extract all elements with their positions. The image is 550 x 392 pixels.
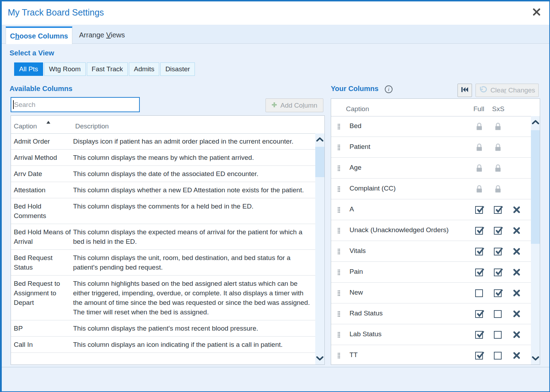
available-row-caption: BP [11,324,73,333]
checkbox-checked[interactable] [475,206,483,214]
drag-handle-icon[interactable] [337,123,340,129]
drag-handle-icon[interactable] [337,144,340,150]
remove-cell [512,351,521,360]
view-button[interactable]: Fast Track [87,62,128,76]
remove-cell [512,267,521,277]
scroll-up-icon[interactable] [316,137,324,142]
remove-column-button[interactable] [513,227,520,234]
full-cell [474,247,484,256]
available-column-row[interactable]: Bed Hold Means of Arrival This column di… [11,224,315,250]
column-header-caption[interactable]: Caption [14,122,37,130]
available-column-row[interactable]: Bed Request to Assignment to Depart This… [11,276,315,320]
column-header-description[interactable]: Description [75,122,109,130]
drag-handle-icon[interactable] [337,228,340,234]
your-column-row[interactable]: New [331,283,531,303]
your-column-row[interactable]: Bed [331,116,531,137]
drag-handle-icon[interactable] [337,165,340,171]
drag-handle-icon[interactable] [337,352,340,358]
your-column-row[interactable]: Complaint (CC) [331,179,531,199]
remove-column-button[interactable] [513,248,520,255]
lock-icon [494,164,502,173]
drag-handle-icon[interactable] [337,332,340,338]
checkbox-checked[interactable] [494,269,502,276]
available-column-row[interactable]: Admit Order Displays icon if patient has… [11,133,315,150]
available-column-row[interactable]: Bed Request Status This column displays … [11,250,315,276]
available-table-header: Caption Description [11,116,324,134]
checkbox-checked[interactable] [475,331,483,339]
available-column-row[interactable]: Attestation This column displays whether… [11,182,315,198]
remove-column-button[interactable] [513,289,520,297]
tab-choose-columns[interactable]: Choose Columns [6,26,72,44]
scrollbar-thumb[interactable] [315,147,324,177]
drag-handle-icon[interactable] [337,290,340,296]
drag-handle-icon[interactable] [337,207,340,213]
checkbox-checked[interactable] [494,227,502,235]
available-column-row[interactable]: BP This column displays the patient's mo… [11,320,315,337]
checkbox-unchecked[interactable] [494,310,502,318]
remove-column-button[interactable] [513,206,520,213]
drag-handle-icon[interactable] [337,248,340,254]
available-scrollbar[interactable] [315,133,324,364]
view-button[interactable]: Admits [129,62,159,76]
restore-defaults-button[interactable] [458,84,472,97]
your-columns-scrollbar[interactable] [531,116,540,364]
checkbox-checked[interactable] [475,310,483,318]
text-caret [13,100,14,109]
your-column-row[interactable]: Lab Status [331,324,531,345]
close-button[interactable] [530,7,544,19]
your-row-caption: Lab Status [349,330,382,338]
full-cell [474,184,484,194]
checkbox-checked[interactable] [494,206,502,214]
sxs-cell [493,122,502,131]
checkbox-checked[interactable] [475,269,483,276]
your-column-row[interactable]: TT [331,345,531,364]
your-column-row[interactable]: Pain [331,262,531,283]
remove-column-button[interactable] [513,331,520,338]
checkbox-checked[interactable] [475,227,483,235]
your-column-row[interactable]: Rad Status [331,303,531,324]
checkbox-checked[interactable] [475,352,483,360]
drag-handle-icon[interactable] [337,311,340,317]
view-button[interactable]: All Pts [14,62,43,76]
drag-handle-icon[interactable] [337,186,340,192]
remove-cell [512,288,521,298]
dialog-title: My Track Board Settings [8,7,104,18]
available-row-description: This column displays an icon indicating … [73,340,315,349]
your-column-row[interactable]: Patient [331,137,531,158]
footer-bar: © 2022 Epic Systems Corporation Accept A… [0,367,550,392]
remove-column-button[interactable] [513,310,520,318]
your-column-row[interactable]: Unack (Unacknowledged Orders) [331,220,531,241]
your-column-row[interactable]: Age [331,158,531,179]
checkbox-checked[interactable] [494,289,502,297]
search-input[interactable] [11,97,140,112]
checkbox-unchecked[interactable] [475,289,483,297]
remove-column-button[interactable] [513,269,520,276]
scroll-down-icon[interactable] [532,356,539,361]
your-column-row[interactable]: A [331,199,531,220]
available-rows: Admit Order Displays icon if patient has… [11,133,315,364]
your-column-row[interactable]: Vitals [331,241,531,262]
info-icon[interactable]: i [384,85,393,95]
undo-icon [479,86,487,95]
plus-icon [271,102,277,109]
available-column-row[interactable]: Bed Hold Comments This column displays t… [11,198,315,224]
scroll-down-icon[interactable] [316,356,324,361]
view-button[interactable]: Wtg Room [44,62,86,76]
checkbox-checked[interactable] [475,248,483,255]
available-column-row[interactable]: Arrival Method This column displays the … [11,150,315,166]
checkbox-unchecked[interactable] [494,352,502,360]
available-column-row[interactable]: Call In This column displays an icon ind… [11,337,315,353]
search-field-wrap [11,97,140,112]
tab-arrange-views[interactable]: Arrange Views [73,26,131,44]
sort-ascending-icon [46,118,50,126]
available-column-row[interactable]: Arrv Date This column displays the date … [11,166,315,182]
scroll-up-icon[interactable] [532,120,539,125]
remove-column-button[interactable] [513,352,520,359]
checkbox-unchecked[interactable] [494,331,502,339]
scrollbar-thumb[interactable] [531,130,540,244]
checkbox-checked[interactable] [494,248,502,255]
available-row-caption: Bed Hold Comments [11,201,73,221]
available-row-description: This column displays the unit, room, bed… [73,253,315,272]
drag-handle-icon[interactable] [337,269,340,275]
view-button[interactable]: Disaster [160,62,195,76]
